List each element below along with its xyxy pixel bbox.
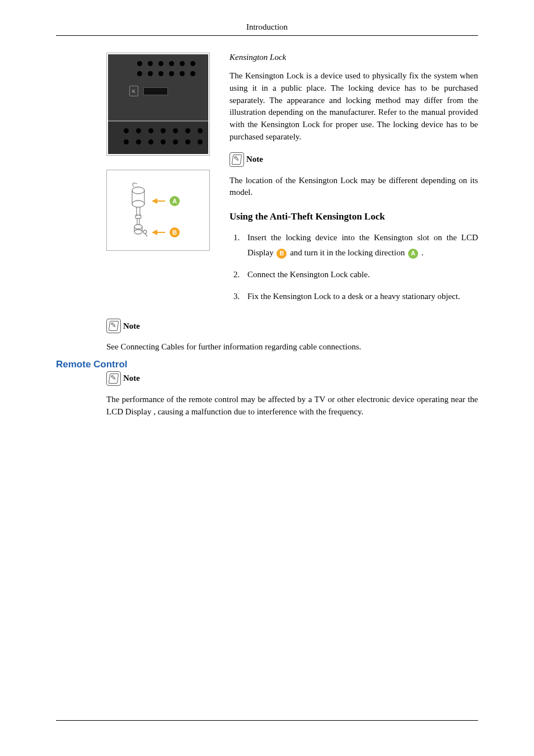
port-slot <box>143 87 168 95</box>
badge-a-icon: A <box>170 196 180 206</box>
step-1: Insert the locking device into the Kensi… <box>242 230 478 260</box>
page-header: Introduction <box>56 22 478 35</box>
badge-b-icon: B <box>170 227 180 237</box>
note-icon <box>229 152 244 167</box>
steps-list: Insert the locking device into the Kensi… <box>229 230 478 304</box>
step-1-part-c: . <box>421 248 424 257</box>
step-2: Connect the Kensington Lock cable. <box>242 267 478 282</box>
kensington-slot-icon: K <box>129 86 138 96</box>
arrow-b-indicator: B <box>152 227 180 237</box>
svg-point-12 <box>134 230 142 234</box>
note-icon <box>106 371 121 386</box>
remote-note-text: The performance of the remote control ma… <box>106 394 478 418</box>
kensington-title: Kensington Lock <box>229 53 478 62</box>
svg-point-3 <box>132 200 144 207</box>
inline-badge-b-icon: B <box>277 249 287 259</box>
svg-point-13 <box>143 230 147 234</box>
remote-control-title: Remote Control <box>56 359 478 370</box>
note-label: Note <box>246 155 263 164</box>
svg-line-14 <box>145 234 147 236</box>
figure-lock-diagram: A B <box>106 170 210 251</box>
arrow-a-indicator: A <box>152 196 180 206</box>
step-1-part-b: and turn it in the locking direction <box>290 248 407 257</box>
svg-point-0 <box>132 187 144 194</box>
note-icon <box>106 319 121 333</box>
inline-badge-a-icon: A <box>408 249 418 259</box>
header-rule <box>56 35 478 36</box>
svg-point-9 <box>134 225 142 229</box>
sub-heading: Using the Anti-Theft Kensington Lock <box>229 211 478 222</box>
note-label: Note <box>123 321 140 331</box>
note1-text: The location of the Kensington Lock may … <box>229 175 478 199</box>
kensington-description: The Kensington Lock is a device used to … <box>229 70 478 143</box>
figure-rear-panel: K <box>106 53 210 156</box>
note-label: Note <box>123 374 140 383</box>
step-3: Fix the Kensington Lock to a desk or a h… <box>242 289 478 304</box>
lock-drawing-icon <box>129 180 152 245</box>
note2-text: See Connecting Cables for further inform… <box>106 341 478 353</box>
footer-rule <box>56 720 478 721</box>
